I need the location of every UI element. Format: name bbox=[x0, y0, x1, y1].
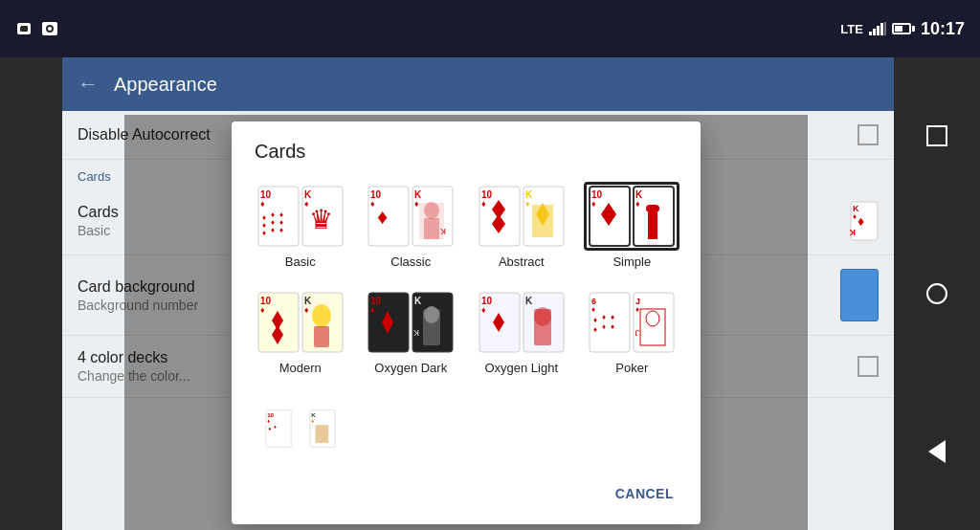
card-background-preview bbox=[840, 269, 879, 321]
svg-text:♦: ♦ bbox=[635, 199, 640, 209]
oxygen-light-card-10: 10 ♦ bbox=[479, 292, 521, 353]
card-option-oxygen-dark[interactable]: 10 ♦ K K bbox=[358, 280, 465, 383]
dialog-actions: CANCEL bbox=[232, 471, 701, 524]
square-icon bbox=[926, 125, 947, 146]
card-preview-oxygen-dark: 10 ♦ K K bbox=[363, 288, 458, 357]
svg-point-79 bbox=[424, 306, 439, 323]
poker-card-10: 6 ♦ ♦ ♦ ♦ ♦ ♦ ♦ bbox=[589, 292, 631, 353]
classic-card-k: K ♦ K bbox=[412, 186, 454, 247]
card-option-poker[interactable]: 6 ♦ ♦ ♦ ♦ ♦ ♦ ♦ bbox=[579, 280, 686, 383]
svg-text:♦: ♦ bbox=[414, 199, 419, 209]
svg-text:♦: ♦ bbox=[593, 316, 597, 324]
svg-text:♦: ♦ bbox=[267, 417, 270, 423]
cards-dialog: Cards 10 ♦ ♦ bbox=[232, 121, 701, 524]
svg-rect-60 bbox=[646, 205, 659, 212]
disable-autocorrect-checkbox[interactable] bbox=[858, 124, 879, 145]
svg-text:♦: ♦ bbox=[311, 417, 314, 423]
svg-text:♦: ♦ bbox=[370, 199, 375, 209]
sim-icon-1 bbox=[15, 22, 33, 35]
svg-text:K: K bbox=[413, 328, 419, 338]
svg-rect-8 bbox=[877, 26, 880, 35]
poker-label: Poker bbox=[615, 361, 648, 375]
basic-card-k: K ♦ ♛ bbox=[301, 186, 344, 247]
svg-text:♦: ♦ bbox=[591, 305, 595, 314]
svg-text:♦: ♦ bbox=[279, 226, 283, 234]
svg-text:♦: ♦ bbox=[377, 205, 388, 229]
card-preview-classic: 10 ♦ ♦ K ♦ bbox=[363, 182, 458, 251]
svg-text:♦: ♦ bbox=[635, 305, 639, 314]
oxygen-light-label: Oxygen Light bbox=[484, 361, 558, 375]
card-option-simple[interactable]: 10 ♦ K ♦ bbox=[579, 174, 686, 276]
modern-card-k: K ♦ bbox=[301, 292, 344, 353]
svg-text:♦: ♦ bbox=[853, 212, 857, 221]
card-option-modern[interactable]: 10 ♦ K ♦ bbox=[247, 280, 354, 383]
svg-text:♦: ♦ bbox=[525, 199, 530, 209]
lte-icon: LTE bbox=[840, 22, 863, 36]
basic-label: Basic bbox=[285, 254, 316, 269]
card-option-oxygen-light[interactable]: 10 ♦ K bbox=[468, 280, 575, 383]
svg-text:♦: ♦ bbox=[593, 325, 597, 334]
svg-text:♦: ♦ bbox=[268, 425, 271, 431]
svg-point-40 bbox=[424, 202, 439, 219]
svg-text:♦: ♦ bbox=[370, 305, 375, 315]
poker-card-k: J ♦ J bbox=[633, 292, 675, 353]
card-preview-simple: 10 ♦ K ♦ bbox=[584, 182, 679, 251]
svg-text:K: K bbox=[414, 296, 422, 306]
svg-rect-61 bbox=[648, 212, 657, 239]
back-button[interactable] bbox=[916, 431, 958, 473]
home-button[interactable] bbox=[916, 273, 958, 315]
svg-rect-2 bbox=[18, 24, 21, 27]
svg-marker-10 bbox=[884, 22, 886, 35]
oxygen-dark-card-k: K K bbox=[412, 292, 454, 353]
four-color-decks-checkbox[interactable] bbox=[858, 356, 879, 377]
svg-text:♦: ♦ bbox=[481, 199, 486, 209]
oxygen-dark-label: Oxygen Dark bbox=[374, 361, 447, 375]
card-option-classic[interactable]: 10 ♦ ♦ K ♦ bbox=[358, 174, 465, 276]
card-preview-poker: 6 ♦ ♦ ♦ ♦ ♦ ♦ ♦ bbox=[584, 288, 679, 357]
card-option-basic[interactable]: 10 ♦ ♦ ♦ ♦ ♦ ♦ ♦ ♦ bbox=[247, 174, 354, 276]
battery-icon bbox=[892, 23, 915, 34]
svg-point-70 bbox=[312, 304, 331, 327]
main-screen: ← Appearance Disable Autocorrect Cards C… bbox=[62, 57, 894, 530]
sim-icon-2 bbox=[40, 21, 59, 36]
card-preview-extra: 10 ♦ ♦ ♦ K ♦ bbox=[253, 394, 348, 463]
signal-icon bbox=[869, 22, 886, 35]
svg-text:♦: ♦ bbox=[591, 199, 596, 209]
card-option-abstract[interactable]: 10 ♦ K ♦ bbox=[468, 174, 575, 276]
cancel-button[interactable]: CANCEL bbox=[604, 478, 685, 509]
cards-options-grid: 10 ♦ ♦ ♦ ♦ ♦ ♦ ♦ ♦ bbox=[247, 174, 685, 471]
classic-label: Classic bbox=[390, 254, 431, 269]
simple-card-10: 10 ♦ bbox=[589, 186, 631, 247]
status-bar: LTE 10:17 bbox=[0, 0, 980, 57]
svg-rect-1 bbox=[20, 26, 28, 32]
svg-point-5 bbox=[48, 27, 52, 31]
nav-bar bbox=[894, 57, 980, 530]
extra-card-1: 10 ♦ ♦ ♦ bbox=[257, 409, 300, 448]
svg-text:♛: ♛ bbox=[309, 205, 333, 234]
svg-text:♦: ♦ bbox=[271, 226, 275, 234]
svg-text:♦: ♦ bbox=[262, 229, 266, 237]
cards-preview-thumb: K ♦ ♦ K bbox=[850, 201, 879, 241]
svg-rect-7 bbox=[873, 29, 876, 35]
simple-label: Simple bbox=[612, 254, 651, 269]
card-preview-basic: 10 ♦ ♦ ♦ ♦ ♦ ♦ ♦ ♦ bbox=[253, 182, 348, 251]
svg-text:K: K bbox=[440, 227, 446, 236]
svg-text:♦: ♦ bbox=[260, 305, 265, 315]
oxygen-light-card-k: K bbox=[523, 292, 565, 353]
svg-text:K: K bbox=[311, 411, 316, 418]
back-nav-button[interactable]: ← bbox=[78, 72, 99, 97]
svg-text:♦: ♦ bbox=[602, 313, 606, 321]
card-preview-modern: 10 ♦ K ♦ bbox=[253, 288, 348, 357]
app-bar-title: Appearance bbox=[114, 74, 217, 96]
status-time: 10:17 bbox=[921, 19, 965, 39]
extra-card-2: K ♦ bbox=[301, 409, 344, 448]
svg-rect-71 bbox=[314, 326, 329, 347]
svg-point-88 bbox=[534, 307, 551, 326]
card-option-extra[interactable]: 10 ♦ ♦ ♦ K ♦ bbox=[247, 386, 354, 471]
svg-text:♦: ♦ bbox=[260, 199, 265, 209]
recent-apps-button[interactable] bbox=[916, 115, 958, 157]
cards-setting-text: Cards Basic bbox=[78, 204, 119, 238]
status-left-icons bbox=[15, 21, 59, 36]
device: LTE 10:17 bbox=[0, 0, 980, 530]
basic-card-10: 10 ♦ ♦ ♦ ♦ ♦ ♦ ♦ ♦ bbox=[257, 186, 300, 247]
